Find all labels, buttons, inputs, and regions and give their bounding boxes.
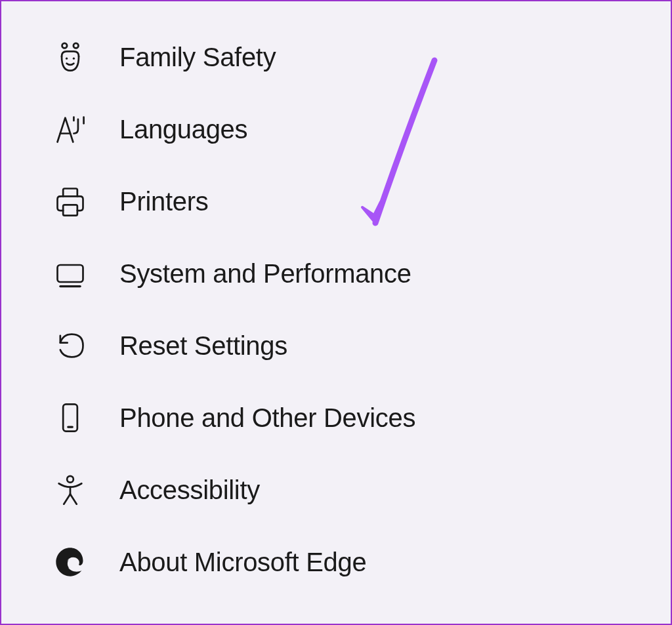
accessibility-icon bbox=[51, 470, 90, 510]
family-safety-icon bbox=[51, 37, 90, 77]
menu-item-label: Reset Settings bbox=[119, 331, 287, 361]
menu-item-phone-devices[interactable]: Phone and Other Devices bbox=[51, 382, 671, 454]
svg-point-2 bbox=[66, 58, 68, 60]
menu-item-label: Phone and Other Devices bbox=[119, 403, 415, 433]
menu-item-family-safety[interactable]: Family Safety bbox=[51, 21, 671, 93]
menu-item-system-performance[interactable]: System and Performance bbox=[51, 237, 671, 310]
menu-item-label: Printers bbox=[119, 187, 208, 216]
menu-item-label: Family Safety bbox=[119, 43, 276, 72]
system-icon bbox=[51, 254, 90, 293]
menu-item-printers[interactable]: Printers bbox=[51, 165, 671, 237]
menu-item-accessibility[interactable]: Accessibility bbox=[51, 454, 671, 526]
reset-icon bbox=[51, 326, 90, 365]
svg-point-3 bbox=[73, 58, 75, 60]
phone-icon bbox=[51, 398, 90, 437]
settings-menu: Family Safety Languages Printers bbox=[1, 1, 671, 598]
printers-icon bbox=[51, 182, 90, 221]
menu-item-languages[interactable]: Languages bbox=[51, 93, 671, 165]
menu-item-label: Languages bbox=[119, 115, 247, 144]
languages-icon bbox=[51, 110, 90, 149]
menu-item-about-edge[interactable]: About Microsoft Edge bbox=[51, 526, 671, 598]
svg-point-0 bbox=[62, 43, 68, 49]
edge-icon bbox=[51, 542, 90, 582]
svg-point-1 bbox=[74, 43, 79, 49]
menu-item-reset-settings[interactable]: Reset Settings bbox=[51, 310, 671, 382]
svg-point-7 bbox=[67, 476, 74, 483]
menu-item-label: Accessibility bbox=[119, 475, 260, 505]
svg-rect-4 bbox=[63, 205, 77, 215]
menu-item-label: About Microsoft Edge bbox=[119, 548, 366, 577]
menu-item-label: System and Performance bbox=[119, 259, 411, 289]
svg-rect-5 bbox=[58, 265, 83, 282]
